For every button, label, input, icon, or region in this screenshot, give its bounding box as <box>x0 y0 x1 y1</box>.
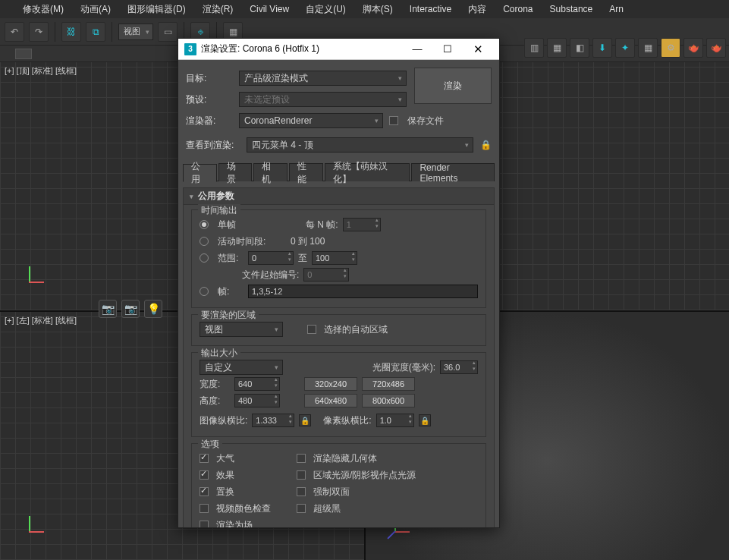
menu-2[interactable]: 图形编辑器(D) <box>120 0 193 19</box>
chk-displace[interactable] <box>200 487 209 496</box>
filenum-spinner[interactable]: 0 <box>303 268 349 282</box>
hidden-label: 渲染隐藏几何体 <box>313 452 377 465</box>
rt-a[interactable]: ▥ <box>524 38 544 58</box>
savefile-checkbox[interactable] <box>389 116 398 125</box>
viewto-dropdown[interactable]: 四元菜单 4 - 顶 <box>247 137 473 153</box>
pixaspect-lock-icon[interactable]: 🔒 <box>419 414 431 426</box>
superblk-label: 超级黑 <box>313 502 341 515</box>
menu-6[interactable]: 脚本(S) <box>355 0 401 19</box>
maximize-button[interactable]: ☐ <box>432 39 463 60</box>
camera-add-icon[interactable]: 📷 <box>121 300 140 318</box>
lock-icon[interactable]: 🔒 <box>479 139 492 151</box>
tab-system[interactable]: 系统【萌妹汉化】 <box>325 163 410 181</box>
area-group: 要渲染的区域 视图 选择的自动区域 <box>191 314 486 346</box>
selection-filter-dropdown[interactable]: 视图 <box>118 24 153 40</box>
camera-icon[interactable]: 📷 <box>99 300 117 318</box>
rt-g[interactable]: ⚙ <box>661 38 680 58</box>
unlink-button[interactable]: ⧉ <box>86 22 105 42</box>
preset-dropdown[interactable]: 未选定预设 <box>239 92 407 107</box>
radio-single[interactable] <box>200 220 209 229</box>
rt-e[interactable]: ✦ <box>615 38 635 58</box>
chk-force2[interactable] <box>297 487 306 496</box>
aperture-spinner[interactable]: 36.0 <box>440 360 478 374</box>
outsize-dropdown[interactable]: 自定义 <box>200 360 283 375</box>
chk-hidden[interactable] <box>297 454 306 463</box>
renderfield-label: 渲染为场 <box>216 519 253 528</box>
imgaspect-spinner[interactable]: 1.333 <box>252 414 294 427</box>
tab-scene[interactable]: 场景 <box>218 163 253 181</box>
viewto-label: 查看到渲染: <box>186 139 240 152</box>
chk-videocc[interactable] <box>200 504 209 513</box>
dialog-titlebar[interactable]: 3 渲染设置: Corona 6 (Hotfix 1) — ☐ ✕ <box>178 39 499 60</box>
radio-frames[interactable] <box>200 287 209 296</box>
close-button[interactable]: ✕ <box>463 39 493 60</box>
lightbulb-icon[interactable]: 💡 <box>144 300 162 318</box>
range-to-spinner[interactable]: 100 <box>312 251 357 265</box>
renderer-dropdown[interactable]: CoronaRenderer <box>239 113 383 128</box>
rollup-header[interactable]: 公用参数 <box>184 188 494 205</box>
tab-renderelements[interactable]: Render Elements <box>411 163 495 181</box>
target-dropdown[interactable]: 产品级渲染模式 <box>239 71 407 86</box>
rt-f[interactable]: ▦ <box>638 38 658 58</box>
viewport-left-label: [+] [左] [标准] [线框] <box>5 315 77 326</box>
imgaspect-label: 图像纵横比: <box>200 414 247 427</box>
teapot2-icon[interactable]: 🫖 <box>706 38 726 58</box>
tab-common[interactable]: 公用 <box>183 164 217 182</box>
radio-range[interactable] <box>200 253 209 263</box>
menu-11[interactable]: Arn <box>602 1 631 17</box>
range-label: 范围: <box>218 252 244 265</box>
height-spinner[interactable]: 480 <box>234 394 280 407</box>
menu-1[interactable]: 动画(A) <box>73 0 118 19</box>
menu-9[interactable]: Corona <box>495 1 540 17</box>
tab-camera[interactable]: 相机 <box>253 163 288 181</box>
viewport-top-label: [+] [顶] [标准] [线框] <box>5 65 77 77</box>
area-dropdown[interactable]: 视图 <box>200 322 283 337</box>
range-to-label: 至 <box>298 252 307 265</box>
chk-superblk[interactable] <box>297 504 306 513</box>
area-label: 要渲染的区域 <box>198 309 259 322</box>
menu-0[interactable]: 修改器(M) <box>15 0 71 19</box>
autoregion-checkbox[interactable] <box>307 325 316 334</box>
menu-4[interactable]: Civil View <box>242 1 297 17</box>
tab-home[interactable] <box>15 49 32 59</box>
link-button[interactable]: ⛓ <box>61 22 81 42</box>
imgaspect-lock-icon[interactable]: 🔒 <box>299 414 311 426</box>
app-icon: 3 <box>184 43 196 55</box>
menu-7[interactable]: Interactive <box>402 1 459 17</box>
preset-640x480[interactable]: 640x480 <box>304 394 357 407</box>
frames-input[interactable]: 1,3,5-12 <box>248 285 478 298</box>
undo-button[interactable]: ↶ <box>5 22 24 42</box>
preset-720x486[interactable]: 720x486 <box>362 377 415 391</box>
pixaspect-spinner[interactable]: 1.0 <box>376 414 414 427</box>
range-from-spinner[interactable]: 0 <box>248 251 294 265</box>
viewport-icon-row: 📷 📷 💡 <box>99 300 162 318</box>
chk-atmos[interactable] <box>200 454 209 463</box>
menu-3[interactable]: 渲染(R) <box>195 0 241 19</box>
render-button[interactable]: 渲染 <box>414 68 492 104</box>
chk-arealight[interactable] <box>297 470 306 480</box>
teapot-icon[interactable]: 🫖 <box>683 38 703 58</box>
menu-8[interactable]: 内容 <box>460 0 494 19</box>
menu-10[interactable]: Substance <box>542 1 601 17</box>
rt-d[interactable]: ⬇ <box>592 38 612 58</box>
displace-label: 置换 <box>216 486 292 499</box>
chk-effects[interactable] <box>200 470 209 480</box>
preset-800x600[interactable]: 800x600 <box>362 394 415 407</box>
redo-button[interactable]: ↷ <box>29 22 49 42</box>
aperture-label: 光圈宽度(毫米): <box>372 361 435 374</box>
select-button[interactable]: ▭ <box>158 22 178 42</box>
minimize-button[interactable]: — <box>402 39 432 60</box>
width-spinner[interactable]: 640 <box>234 377 280 391</box>
render-setup-dialog: 3 渲染设置: Corona 6 (Hotfix 1) — ☐ ✕ 目标: 产品… <box>178 38 500 528</box>
force2-label: 强制双面 <box>313 486 350 499</box>
everyn-spinner[interactable]: 1 <box>343 218 381 231</box>
chk-renderfield[interactable] <box>200 521 209 527</box>
preset-320x240[interactable]: 320x240 <box>304 377 357 391</box>
target-label: 目标: <box>186 72 233 85</box>
rt-b[interactable]: ▦ <box>547 38 567 58</box>
radio-active[interactable] <box>200 237 209 246</box>
dialog-tabs: 公用 场景 相机 性能 系统【萌妹汉化】 Render Elements <box>183 163 495 181</box>
menu-5[interactable]: 自定义(U) <box>298 0 354 19</box>
tab-performance[interactable]: 性能 <box>289 163 323 181</box>
rt-c[interactable]: ◧ <box>570 38 589 58</box>
